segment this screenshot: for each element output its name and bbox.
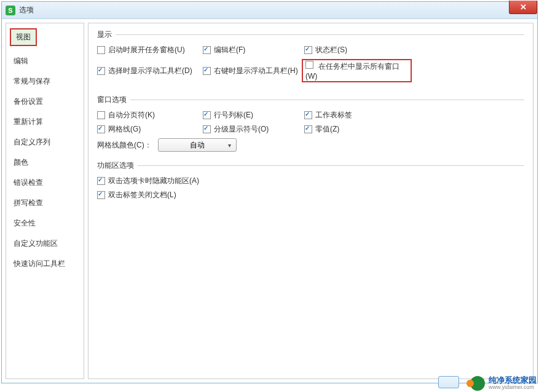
section-display-legend: 显示 [97, 29, 116, 40]
sidebar-item-error-check[interactable]: 错误检查 [6, 173, 84, 193]
category-sidebar: 视图 编辑 常规与保存 备份设置 重新计算 自定义序列 颜色 错误检查 拼写检查… [6, 23, 84, 379]
sidebar-item-spell-check[interactable]: 拼写检查 [6, 193, 84, 213]
app-icon: S [6, 6, 15, 15]
label-sheet-tabs: 工作表标签 [315, 110, 352, 120]
checkbox-outline-symbols[interactable] [203, 125, 211, 133]
highlight-taskbar-all-windows: 在任务栏中显示所有窗口(W) [302, 59, 412, 82]
sidebar-item-customize-ribbon[interactable]: 自定义功能区 [6, 233, 84, 254]
label-grid-color: 网格线颜色(C)： [97, 140, 152, 151]
checkbox-dblclick-close-doc[interactable] [97, 191, 105, 199]
watermark-title: 纯净系统家园 [489, 376, 537, 385]
checkbox-gridlines[interactable] [97, 125, 105, 133]
checkbox-status-bar[interactable] [304, 46, 312, 54]
sidebar-item-edit[interactable]: 编辑 [6, 51, 84, 71]
label-zero-values: 零值(Z) [315, 124, 339, 135]
label-dblclick-hide-ribbon: 双击选项卡时隐藏功能区(A) [108, 176, 199, 186]
sidebar-item-view[interactable]: 视图 [10, 28, 37, 46]
checkbox-dblclick-hide-ribbon[interactable] [97, 177, 105, 185]
section-display: 显示 启动时展开任务窗格(U) 编辑栏(F) 状态栏(S) [97, 29, 524, 88]
section-window-legend: 窗口选项 [97, 95, 130, 105]
checkbox-auto-pagebreak[interactable] [97, 111, 105, 119]
partial-button[interactable] [438, 376, 459, 388]
label-dblclick-close-doc: 双击标签关闭文档(L) [108, 190, 176, 200]
watermark-logo-icon [470, 376, 485, 391]
sidebar-item-recalc[interactable]: 重新计算 [6, 112, 84, 132]
label-taskbar-all-windows: 在任务栏中显示所有窗口(W) [305, 62, 399, 80]
checkbox-zero-values[interactable] [304, 125, 312, 133]
sidebar-item-custom-lists[interactable]: 自定义序列 [6, 132, 84, 152]
label-edit-bar: 编辑栏(F) [214, 45, 245, 55]
settings-panel: 显示 启动时展开任务窗格(U) 编辑栏(F) 状态栏(S) [88, 23, 533, 379]
watermark: 纯净系统家园 www.yidaimei.com [470, 376, 537, 391]
checkbox-startup-taskpane[interactable] [97, 46, 105, 54]
dialog-body: 视图 编辑 常规与保存 备份设置 重新计算 自定义序列 颜色 错误检查 拼写检查… [2, 19, 537, 383]
window-title: 选项 [19, 5, 34, 15]
label-status-bar: 状态栏(S) [315, 45, 347, 55]
label-row-col-header: 行号列标(E) [214, 110, 253, 120]
title-bar: S 选项 ✕ [2, 2, 537, 19]
checkbox-edit-bar[interactable] [203, 46, 211, 54]
sidebar-item-security[interactable]: 安全性 [6, 213, 84, 233]
label-float-toolbar-select: 选择时显示浮动工具栏(D) [108, 66, 192, 76]
sidebar-item-backup[interactable]: 备份设置 [6, 92, 84, 112]
label-outline-symbols: 分级显示符号(O) [214, 124, 269, 135]
checkbox-float-toolbar-select[interactable] [97, 67, 105, 75]
close-button[interactable]: ✕ [509, 1, 537, 14]
checkbox-float-toolbar-rclick[interactable] [203, 67, 211, 75]
label-startup-taskpane: 启动时展开任务窗格(U) [108, 45, 185, 55]
label-auto-pagebreak: 自动分页符(K) [108, 110, 155, 120]
checkbox-row-col-header[interactable] [203, 111, 211, 119]
combo-grid-color-value: 自动 [190, 140, 205, 151]
options-dialog: S 选项 ✕ 视图 编辑 常规与保存 备份设置 重新计算 自定义序列 颜色 错误… [1, 1, 538, 383]
section-ribbon-legend: 功能区选项 [97, 160, 138, 171]
section-ribbon-options: 功能区选项 双击选项卡时隐藏功能区(A) 双击标签关闭文档(L) [97, 160, 524, 206]
sidebar-item-general-save[interactable]: 常规与保存 [6, 71, 84, 92]
checkbox-taskbar-all-windows[interactable] [305, 61, 313, 69]
section-window-options: 窗口选项 自动分页符(K) 行号列标(E) 工作表标签 [97, 95, 524, 154]
watermark-url: www.yidaimei.com [489, 385, 537, 391]
combo-grid-color[interactable]: 自动 [158, 138, 237, 152]
checkbox-sheet-tabs[interactable] [304, 111, 312, 119]
sidebar-item-color[interactable]: 颜色 [6, 152, 84, 173]
sidebar-item-quickaccess-toolbar[interactable]: 快速访问工具栏 [6, 254, 84, 274]
label-float-toolbar-rclick: 右键时显示浮动工具栏(H) [214, 66, 298, 76]
label-gridlines: 网格线(G) [108, 124, 141, 135]
